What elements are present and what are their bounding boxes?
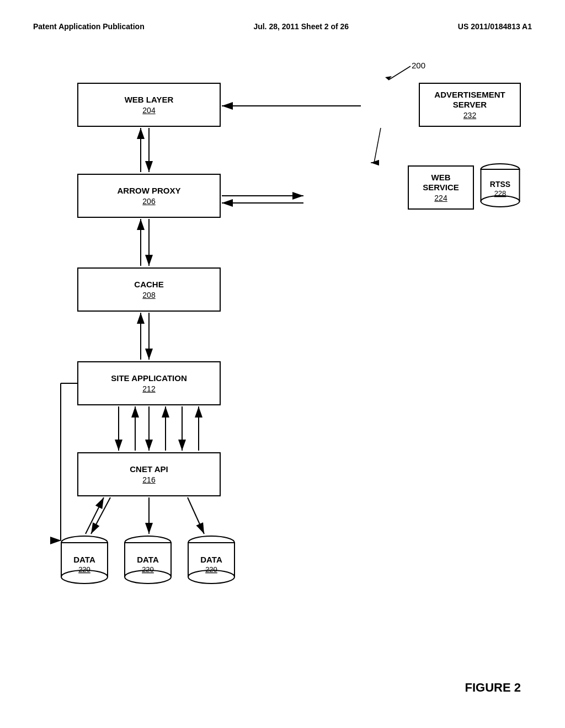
figure-label: FIGURE 2 — [465, 681, 521, 695]
ref-200: 200 — [377, 61, 422, 84]
web-service-box: WEBSERVICE 224 — [408, 165, 474, 210]
header-center: Jul. 28, 2011 Sheet 2 of 26 — [253, 22, 349, 31]
web-service-label: WEBSERVICE — [423, 173, 459, 192]
svg-text:DATA: DATA — [73, 555, 95, 564]
web-layer-label: WEB LAYER — [125, 95, 174, 105]
svg-text:228: 228 — [494, 189, 507, 197]
header: Patent Application Publication Jul. 28, … — [33, 22, 532, 31]
cache-label: CACHE — [134, 280, 163, 290]
svg-text:220: 220 — [78, 565, 90, 574]
arrow-proxy-label: ARROW PROXY — [117, 186, 180, 196]
svg-text:200: 200 — [412, 61, 425, 70]
advertisement-server-box: ADVERTISEMENTSERVER 232 — [419, 83, 521, 127]
web-layer-box: WEB LAYER 204 — [77, 83, 221, 127]
svg-text:RTSS: RTSS — [490, 180, 510, 189]
site-application-label: SITE APPLICATION — [111, 373, 187, 383]
cnet-api-label: CNET API — [130, 464, 168, 474]
page: Patent Application Publication Jul. 28, … — [0, 0, 565, 728]
svg-line-43 — [86, 497, 104, 534]
svg-point-5 — [481, 196, 520, 207]
svg-text:DATA: DATA — [200, 555, 222, 564]
svg-line-42 — [91, 497, 110, 534]
rtss-cylinder: RTSS 228 — [479, 163, 521, 212]
cache-box: CACHE 208 — [77, 267, 221, 312]
svg-line-45 — [188, 497, 204, 534]
cnet-api-box: CNET API 216 — [77, 452, 221, 496]
diagram: 200 WEB LAYER 204 ADVERTISEMENTSERVER 23… — [33, 55, 532, 684]
arrow-proxy-num: 206 — [142, 197, 155, 206]
web-service-num: 224 — [434, 194, 447, 202]
advertisement-server-num: 232 — [463, 111, 476, 120]
web-layer-num: 204 — [142, 106, 155, 115]
svg-text:DATA: DATA — [137, 555, 159, 564]
svg-text:220: 220 — [205, 565, 217, 574]
advertisement-server-label: ADVERTISEMENTSERVER — [434, 90, 505, 110]
cnet-api-num: 216 — [142, 475, 155, 484]
svg-text:220: 220 — [142, 565, 154, 574]
data1-cylinder: DATA 220 — [60, 535, 109, 592]
data2-cylinder: DATA 220 — [123, 535, 173, 592]
header-left: Patent Application Publication — [33, 22, 145, 31]
site-application-box: SITE APPLICATION 212 — [77, 361, 221, 405]
arrow-proxy-box: ARROW PROXY 206 — [77, 174, 221, 218]
header-right: US 2011/0184813 A1 — [458, 22, 532, 31]
svg-line-30 — [374, 128, 381, 163]
data3-cylinder: DATA 220 — [186, 535, 236, 592]
cache-num: 208 — [142, 291, 155, 299]
site-application-num: 212 — [142, 384, 155, 393]
svg-line-0 — [388, 66, 411, 80]
